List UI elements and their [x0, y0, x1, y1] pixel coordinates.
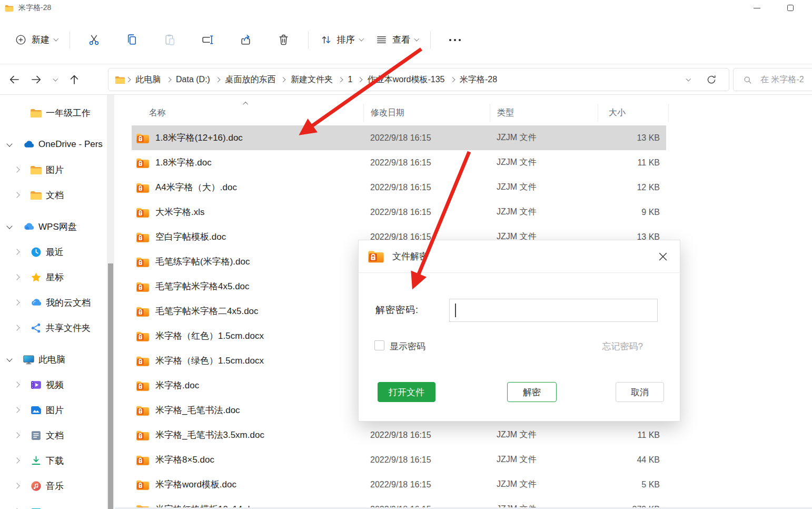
column-header-size[interactable]: 大小	[598, 104, 660, 122]
column-header-type[interactable]: 类型	[490, 104, 598, 122]
back-icon	[8, 73, 21, 86]
forward-button[interactable]	[25, 68, 47, 91]
sidebar-item[interactable]: 视频	[0, 372, 115, 397]
file-row[interactable]: 米字格8×5.doc 2022/9/18 16:15 JZJM 文件 44 KB	[132, 447, 666, 472]
expander-chevron-icon[interactable]	[12, 250, 22, 254]
sidebar-item[interactable]: 文档	[0, 182, 115, 208]
breadcrumb-item[interactable]: 1	[343, 72, 357, 87]
expander-chevron-icon[interactable]	[12, 383, 22, 387]
file-date: 2022/9/18 16:15	[363, 430, 490, 440]
sidebar-item-label: 图片	[46, 164, 64, 176]
view-button[interactable]: 查看	[369, 28, 425, 52]
scrollbar-thumb[interactable]	[108, 263, 113, 509]
file-row[interactable]: 米字格word模板.doc 2022/9/18 16:15 JZJM 文件 5 …	[132, 472, 666, 497]
lockfolder-icon	[136, 306, 150, 317]
rename-button[interactable]	[197, 30, 219, 51]
sidebar-item-desktop[interactable]	[0, 498, 115, 509]
file-date: 2022/9/18 16:15	[363, 133, 490, 143]
up-button[interactable]	[63, 68, 85, 91]
decrypt-button[interactable]: 解密	[507, 382, 557, 402]
file-name: 毛笔字帖米字格4x5.doc	[155, 280, 250, 292]
sidebar-item[interactable]: 图片	[0, 397, 115, 423]
maximize-button[interactable]	[778, 0, 803, 16]
lockfolder-icon	[136, 454, 150, 466]
forgot-password-link[interactable]: 忘记密码?	[602, 340, 643, 353]
expander-chevron-icon[interactable]	[12, 193, 22, 197]
column-header-name[interactable]: 名称	[132, 104, 363, 122]
expander-chevron-icon[interactable]	[4, 226, 15, 228]
file-row[interactable]: 大米字格.xls 2022/9/18 16:15 JZJM 文件 9 KB	[132, 200, 666, 224]
file-row[interactable]: 1.8米字格(12+16).doc 2022/9/18 16:15 JZJM 文…	[132, 125, 666, 150]
expander-chevron-icon[interactable]	[12, 408, 22, 412]
expander-chevron-icon[interactable]	[12, 433, 22, 437]
expander-chevron-icon[interactable]	[12, 300, 22, 305]
monitor-icon	[23, 354, 35, 366]
sidebar-item[interactable]: 我的云文档	[0, 290, 115, 315]
breadcrumb-item[interactable]: 作业本word模板-135	[363, 72, 450, 88]
star-icon	[30, 271, 42, 283]
show-password-label: 显示密码	[390, 340, 425, 353]
sidebar-item[interactable]: WPS网盘	[0, 214, 115, 239]
text-caret	[455, 304, 456, 317]
share-button[interactable]	[235, 30, 256, 51]
expander-chevron-icon[interactable]	[12, 168, 22, 172]
lockfolder-icon	[136, 157, 150, 169]
sidebar-scrollbar[interactable]	[107, 95, 114, 509]
desktop-icon	[30, 505, 42, 509]
cut-button[interactable]	[84, 30, 105, 51]
sidebar-item[interactable]: 图片	[0, 157, 115, 182]
sidebar-item[interactable]: OneDrive - Pers	[0, 132, 115, 157]
breadcrumb-item[interactable]: 桌面放的东西	[220, 72, 280, 88]
delete-button[interactable]	[273, 30, 294, 51]
sidebar-item[interactable]: 此电脑	[0, 347, 115, 372]
close-button[interactable]	[655, 249, 671, 265]
file-row[interactable]: 米字格_毛笔书法3.5xm.doc 2022/9/18 16:15 JZJM 文…	[132, 423, 666, 447]
search-placeholder: 在 米字格-2	[760, 74, 804, 85]
file-size: 12 KB	[598, 183, 660, 192]
expander-chevron-icon[interactable]	[12, 111, 22, 115]
more-button[interactable]	[444, 30, 466, 51]
file-size: 44 KB	[598, 455, 660, 465]
sidebar-item[interactable]: 文档	[0, 423, 115, 448]
breadcrumb-item[interactable]: 此电脑	[131, 72, 166, 88]
copy-icon	[125, 33, 138, 46]
file-row[interactable]: 1.8米字格.doc 2022/9/18 16:15 JZJM 文件 11 KB	[132, 150, 666, 175]
expander-chevron-icon[interactable]	[4, 358, 15, 361]
sidebar-item[interactable]: 最近	[0, 239, 115, 265]
breadcrumb-item[interactable]: Data (D:)	[171, 72, 215, 87]
recent-locations-button[interactable]	[47, 68, 63, 91]
sidebar-item[interactable]: 共享文件夹	[0, 315, 115, 340]
new-button[interactable]: 新建	[8, 28, 64, 52]
column-header-date[interactable]: 修改日期	[363, 104, 490, 122]
file-row[interactable]: A4米字格（大）.doc 2022/9/18 16:15 JZJM 文件 12 …	[132, 175, 666, 200]
breadcrumb-item[interactable]: 米字格-28	[455, 72, 502, 88]
toolbar: 新建 排序 查看	[0, 16, 812, 64]
sidebar-item-label: 文档	[46, 189, 64, 201]
close-icon	[657, 251, 669, 262]
column-divider	[660, 104, 669, 122]
paste-button[interactable]	[160, 30, 181, 51]
show-password-checkbox[interactable]	[374, 340, 384, 350]
expander-chevron-icon[interactable]	[12, 275, 22, 279]
minimize-button[interactable]	[745, 0, 769, 16]
expander-chevron-icon[interactable]	[4, 143, 15, 146]
sort-button[interactable]: 排序	[314, 28, 370, 52]
address-box[interactable]: 此电脑 Data (D:) 桌面放的东西 新建文件夹	[108, 68, 729, 91]
expander-chevron-icon[interactable]	[12, 484, 22, 488]
sidebar-item[interactable]: 下载	[0, 448, 115, 473]
copy-button[interactable]	[122, 30, 143, 51]
refresh-button[interactable]	[704, 68, 719, 91]
expander-chevron-icon[interactable]	[12, 458, 22, 463]
cancel-button[interactable]: 取消	[616, 382, 664, 402]
address-dropdown-icon[interactable]	[686, 76, 690, 81]
open-file-button[interactable]: 打开文件	[378, 382, 435, 402]
sidebar-item[interactable]: 音乐	[0, 473, 115, 498]
password-input[interactable]	[449, 299, 658, 322]
search-input[interactable]: 在 米字格-2	[733, 68, 812, 91]
sidebar-item[interactable]: 一年级工作	[0, 100, 115, 125]
back-button[interactable]	[3, 68, 25, 91]
lockfolder-icon	[136, 355, 150, 367]
sidebar-item[interactable]: 星标	[0, 265, 115, 290]
breadcrumb-item[interactable]: 新建文件夹	[286, 72, 338, 88]
expander-chevron-icon[interactable]	[12, 326, 22, 330]
